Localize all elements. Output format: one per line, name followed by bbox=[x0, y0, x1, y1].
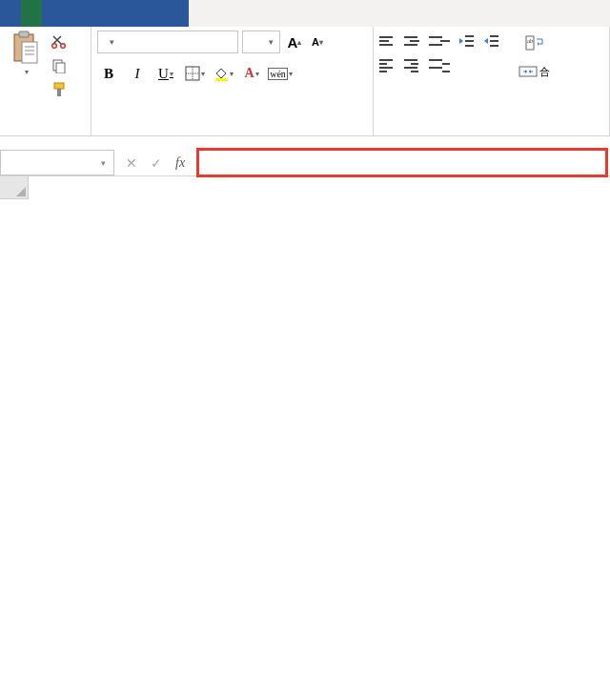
tab-file[interactable] bbox=[0, 0, 21, 27]
format-painter-button[interactable] bbox=[50, 80, 69, 99]
ribbon-label-clipboard bbox=[6, 130, 85, 134]
tab-view[interactable] bbox=[147, 0, 168, 27]
increase-font-button[interactable]: A▴ bbox=[284, 31, 305, 52]
brush-icon bbox=[51, 82, 67, 97]
bold-button[interactable]: B bbox=[97, 63, 120, 84]
cut-button[interactable] bbox=[50, 32, 69, 51]
merge-button[interactable]: 合 bbox=[518, 61, 550, 82]
ribbon-tabs bbox=[0, 0, 610, 27]
chevron-down-icon: ▾ bbox=[110, 37, 114, 47]
chevron-down-icon: ▾ bbox=[101, 158, 106, 168]
italic-button[interactable]: I bbox=[126, 63, 149, 84]
border-icon bbox=[185, 66, 200, 81]
chevron-down-icon: ▾ bbox=[25, 68, 29, 76]
svg-point-7 bbox=[61, 44, 66, 49]
merge-icon bbox=[518, 64, 538, 79]
wrap-text-button[interactable]: ab bbox=[518, 32, 550, 53]
chevron-down-icon: ▾ bbox=[255, 70, 259, 78]
align-middle-button[interactable] bbox=[404, 32, 425, 50]
align-bottom-button[interactable] bbox=[429, 32, 450, 50]
fx-icon[interactable]: fx bbox=[175, 155, 185, 171]
copy-button[interactable] bbox=[50, 56, 69, 75]
svg-rect-11 bbox=[57, 89, 61, 96]
paste-button[interactable]: ▾ bbox=[6, 31, 46, 76]
svg-rect-2 bbox=[22, 42, 37, 63]
ribbon-label-alignment bbox=[379, 130, 603, 134]
increase-indent-button[interactable] bbox=[482, 32, 503, 50]
tab-home[interactable] bbox=[21, 0, 42, 27]
align-top-button[interactable] bbox=[379, 32, 400, 50]
formula-cancel-button[interactable]: ✕ bbox=[126, 155, 137, 171]
select-all-corner[interactable] bbox=[0, 176, 29, 199]
indent-left-icon bbox=[458, 33, 475, 49]
indent-right-icon bbox=[482, 33, 499, 49]
wrap-icon: ab bbox=[525, 35, 544, 51]
font-size-combo[interactable]: ▾ bbox=[242, 31, 280, 53]
bucket-icon bbox=[214, 66, 229, 81]
copy-icon bbox=[51, 58, 67, 73]
ribbon-group-alignment: ab 合 bbox=[374, 27, 610, 135]
decrease-font-button[interactable]: A▾ bbox=[307, 31, 328, 52]
fill-color-button[interactable]: ▾ bbox=[212, 63, 234, 84]
phonetic-button[interactable]: wén ▾ bbox=[269, 63, 292, 84]
chevron-down-icon: ▾ bbox=[230, 70, 234, 78]
ribbon-group-clipboard: ▾ bbox=[0, 27, 92, 135]
svg-rect-9 bbox=[56, 63, 65, 73]
underline-button[interactable]: U▾ bbox=[154, 63, 177, 84]
svg-rect-1 bbox=[19, 31, 29, 37]
chevron-down-icon: ▾ bbox=[269, 37, 274, 47]
svg-rect-15 bbox=[215, 78, 228, 81]
align-center-button[interactable] bbox=[404, 57, 425, 74]
svg-text:ab: ab bbox=[527, 37, 534, 45]
paste-icon bbox=[10, 31, 41, 67]
font-name-combo[interactable]: ▾ bbox=[97, 31, 238, 53]
chevron-down-icon: ▾ bbox=[170, 70, 173, 78]
chevron-down-icon: ▾ bbox=[289, 70, 293, 78]
tab-developer[interactable] bbox=[168, 0, 189, 27]
svg-rect-24 bbox=[519, 67, 537, 76]
ribbon-group-font: ▾ ▾ A▴ A▾ B I U▾ ▾ bbox=[92, 27, 374, 135]
formula-accept-button[interactable]: ✓ bbox=[151, 155, 162, 171]
scissors-icon bbox=[51, 34, 67, 50]
borders-button[interactable]: ▾ bbox=[183, 63, 206, 84]
decrease-indent-button[interactable] bbox=[458, 32, 478, 50]
ribbon: ▾ ▾ bbox=[0, 27, 610, 136]
tab-data[interactable] bbox=[105, 0, 126, 27]
formula-row: ▾ ✕ ✓ fx bbox=[0, 150, 610, 176]
name-box[interactable]: ▾ bbox=[0, 150, 114, 175]
svg-rect-10 bbox=[54, 83, 64, 89]
align-left-button[interactable] bbox=[379, 57, 400, 74]
tab-insert[interactable] bbox=[42, 0, 63, 27]
ribbon-label-font bbox=[97, 130, 367, 134]
tab-formulas[interactable] bbox=[84, 0, 105, 27]
spreadsheet-grid bbox=[0, 176, 610, 211]
tab-pagelayout[interactable] bbox=[63, 0, 84, 27]
svg-point-6 bbox=[52, 44, 57, 49]
align-right-button[interactable] bbox=[429, 57, 450, 74]
chevron-down-icon: ▾ bbox=[201, 70, 205, 78]
formula-bar[interactable] bbox=[196, 148, 608, 177]
formula-tools: ✕ ✓ fx bbox=[114, 150, 196, 175]
tab-review[interactable] bbox=[126, 0, 147, 27]
font-color-button[interactable]: A ▾ bbox=[240, 63, 263, 84]
